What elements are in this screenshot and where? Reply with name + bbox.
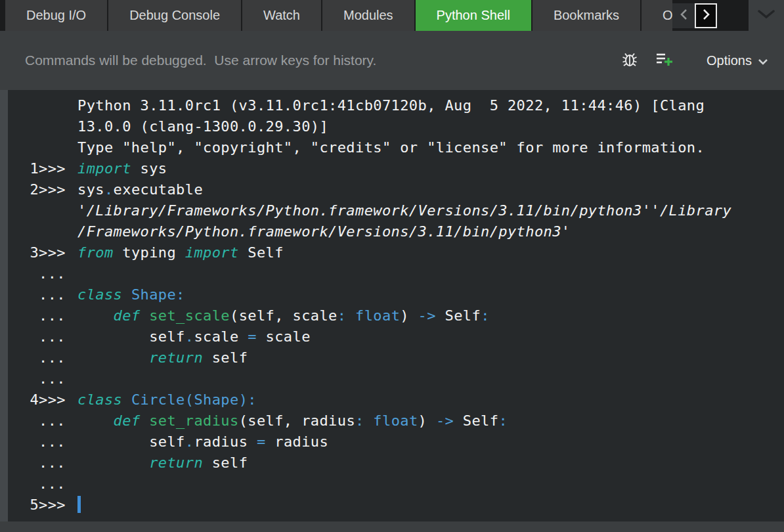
code-text: def set_radius(self, radius: float) -> S… (77, 410, 508, 432)
prompt-label: ... (8, 368, 66, 389)
code-text: sys.executable (77, 179, 203, 200)
prompt-label: 4>>> (8, 389, 66, 410)
chevron-left-icon (680, 9, 687, 23)
prompt-label: ... (8, 305, 66, 326)
shell-line: 2>>>sys.executable (8, 179, 784, 200)
toolbar-actions: Options (620, 49, 768, 72)
options-button[interactable]: Options (707, 53, 768, 68)
prompt-label (8, 116, 66, 137)
code-text: class Circle(Shape): (77, 389, 257, 410)
prompt-label (8, 200, 66, 221)
tab-os[interactable]: OS (642, 0, 672, 31)
bug-button[interactable] (620, 49, 640, 72)
shell-line: 4>>>class Circle(Shape): (8, 389, 784, 410)
shell-line: ... (8, 368, 784, 389)
shell-line: 3>>>from typing import Self (8, 242, 784, 263)
shell-line: 1>>>import sys (8, 158, 784, 179)
prompt-label: ... (8, 474, 66, 495)
tab-label: Bookmarks (554, 8, 619, 23)
shell-line: Python 3.11.0rc1 (v3.11.0rc1:41cb07120b,… (8, 95, 784, 116)
code-text: /Frameworks/Python.framework/Versions/3.… (77, 221, 570, 242)
shell-line: ... (8, 474, 784, 495)
code-text: Type "help", "copyright", "credits" or "… (77, 137, 705, 158)
shell-line: '/Library/Frameworks/Python.framework/Ve… (8, 200, 784, 221)
prompt-label: 1>>> (8, 158, 66, 179)
code-text: Python 3.11.0rc1 (v3.11.0rc1:41cb07120b,… (77, 95, 705, 116)
prompt-label: 5>>> (8, 495, 66, 516)
shell-line: ... self.scale = scale (8, 326, 784, 347)
panel-collapse-caret-icon (758, 10, 775, 22)
prompt-label: ... (8, 453, 66, 474)
list-add-icon (654, 49, 674, 72)
tab-label: OS (663, 8, 672, 23)
prompt-label: ... (8, 432, 66, 453)
tab-label: Watch (263, 8, 300, 23)
toolbar-message: Commands will be debugged. Use arrow key… (25, 53, 376, 68)
code-text: self.radius = radius (77, 432, 328, 453)
list-add-button[interactable] (654, 49, 674, 72)
tab-label: Debug Console (129, 8, 220, 23)
shell-line: ... self.radius = radius (8, 432, 784, 453)
shell-line: ...class Shape: (8, 284, 784, 305)
text-cursor (77, 496, 81, 513)
tab-watch[interactable]: Watch (242, 0, 321, 31)
code-text: def set_scale(self, scale: float) -> Sel… (77, 305, 490, 326)
code-text: return self (77, 453, 248, 474)
shell-line: /Frameworks/Python.framework/Versions/3.… (8, 221, 784, 242)
tab-debug-console[interactable]: Debug Console (108, 0, 241, 31)
code-text: class Shape: (77, 284, 185, 305)
python-shell-pane[interactable]: Python 3.11.0rc1 (v3.11.0rc1:41cb07120b,… (0, 90, 784, 521)
prompt-label: ... (8, 326, 66, 347)
chevron-down-icon (758, 53, 768, 68)
shell-line: 5>>> (8, 495, 784, 516)
tab-modules[interactable]: Modules (322, 0, 414, 31)
shell-line: ... def set_scale(self, scale: float) ->… (8, 305, 784, 326)
shell-line: ... def set_radius(self, radius: float) … (8, 410, 784, 432)
tab-scroll-left-button[interactable] (672, 3, 695, 28)
prompt-label: 3>>> (8, 242, 66, 263)
prompt-label: ... (8, 263, 66, 284)
tab-debug-i-o[interactable]: Debug I/O (5, 0, 107, 31)
tab-bar-filler (717, 0, 749, 31)
shell-toolbar: Commands will be debugged. Use arrow key… (0, 31, 784, 90)
code-text: self.scale = scale (77, 326, 311, 347)
code-text (77, 495, 81, 516)
bug-icon (620, 49, 640, 72)
shell-line: 13.0.0 (clang-1300.0.29.30)] (8, 116, 784, 137)
prompt-label (8, 221, 66, 242)
prompt-label (8, 95, 66, 116)
code-text: return self (77, 347, 248, 368)
prompt-label: ... (8, 284, 66, 305)
shell-line: ... return self (8, 453, 784, 474)
tab-label: Modules (343, 8, 393, 23)
tab-strip: Debug I/ODebug ConsoleWatchModulesPython… (0, 0, 672, 31)
tab-label: Python Shell (437, 8, 510, 23)
bottom-margin (0, 521, 784, 532)
shell-lines[interactable]: Python 3.11.0rc1 (v3.11.0rc1:41cb07120b,… (8, 95, 784, 516)
code-text: import sys (77, 158, 167, 179)
shell-line: ... return self (8, 347, 784, 368)
prompt-label: ... (8, 347, 66, 368)
tab-python-shell[interactable]: Python Shell (416, 0, 531, 31)
prompt-label: ... (8, 410, 66, 432)
shell-line: ... (8, 263, 784, 284)
shell-line: Type "help", "copyright", "credits" or "… (8, 137, 784, 158)
panel-collapse-caret-button[interactable] (749, 0, 784, 31)
tab-bookmarks[interactable]: Bookmarks (533, 0, 640, 31)
code-text: from typing import Self (77, 242, 284, 263)
debug-tab-bar: Debug I/ODebug ConsoleWatchModulesPython… (0, 0, 784, 31)
code-text: '/Library/Frameworks/Python.framework/Ve… (77, 200, 731, 221)
tab-scroll-right-button[interactable] (695, 3, 717, 28)
tab-label: Debug I/O (26, 8, 86, 23)
prompt-label (8, 137, 66, 158)
options-label: Options (707, 53, 752, 68)
gutter-margin (0, 90, 8, 521)
chevron-right-icon (702, 9, 710, 23)
code-text: 13.0.0 (clang-1300.0.29.30)] (77, 116, 328, 137)
prompt-label: 2>>> (8, 179, 66, 200)
